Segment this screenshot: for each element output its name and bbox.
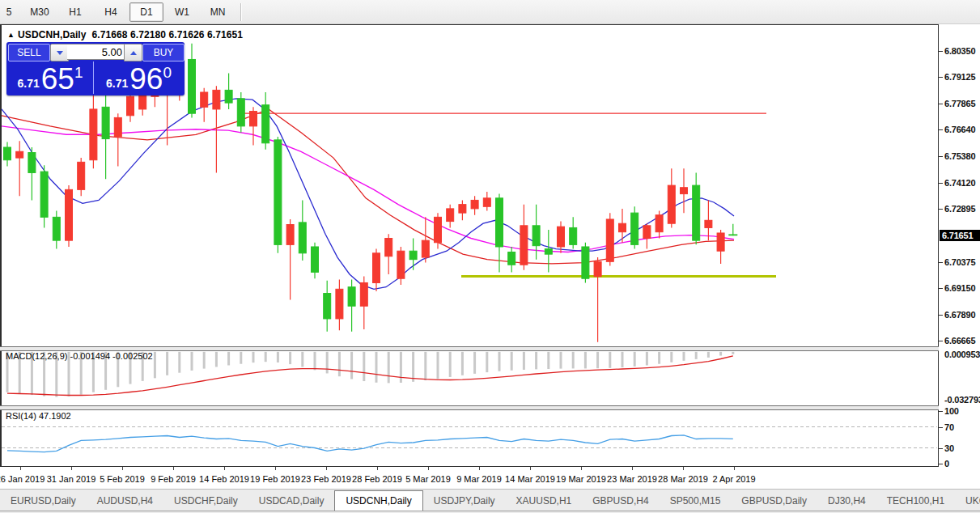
tab-sp500[interactable]: SP500,M15 (660, 490, 732, 511)
volume-increase-button[interactable] (124, 44, 142, 61)
price-axis-label: 6.70375 (944, 257, 975, 267)
buy-price-display[interactable]: 6.71 96 0 (95, 61, 182, 94)
current-price-tag: 6.71651 (940, 230, 980, 241)
rsi-axis-label: 0 (944, 459, 949, 468)
date-label: 9 Mar 2019 (456, 474, 502, 484)
toolbar-period-5[interactable]: 5 (1, 2, 21, 22)
tab-ukc[interactable]: UKC (955, 490, 980, 511)
toolbar-period-w1[interactable]: W1 (165, 2, 199, 22)
chevron-up-icon (130, 51, 137, 55)
tab-gbpusd[interactable]: GBPUSD,Daily (731, 490, 817, 511)
date-label: 9 Feb 2019 (151, 474, 196, 484)
tab-tech100[interactable]: TECH100,H1 (876, 490, 955, 511)
price-axis-label: 6.72895 (944, 204, 975, 214)
price-axis-label: 6.74120 (944, 178, 975, 188)
tab-usdcad[interactable]: USDCAD,Daily (248, 490, 335, 511)
price-axis-tick (939, 209, 943, 210)
date-label: 2 Apr 2019 (712, 474, 755, 484)
date-label: 14 Mar 2019 (505, 474, 555, 484)
sell-price-prefix: 6.71 (18, 78, 40, 89)
date-label: 5 Feb 2019 (100, 474, 145, 484)
date-label: 23 Feb 2019 (301, 474, 351, 484)
date-label: 5 Mar 2019 (405, 474, 451, 484)
toolbar-period-h4[interactable]: H4 (94, 2, 128, 22)
one-click-trading-widget[interactable]: SELL BUY 6.71 65 1 6.71 96 0 (6, 42, 185, 95)
price-axis-tick (939, 183, 943, 184)
rsi-axis-label: 100 (944, 406, 959, 416)
price-axis-tick (939, 104, 943, 104)
date-tick (479, 467, 480, 470)
tab-audusd[interactable]: AUDUSD,H4 (87, 490, 163, 511)
price-axis-tick (939, 51, 943, 52)
rsi-axis-tick (939, 427, 943, 428)
date-label: 19 Feb 2019 (250, 474, 300, 484)
price-axis-label: 6.79125 (944, 72, 975, 82)
macd-axis-min: -0.032793 (944, 395, 980, 405)
tab-xauusd[interactable]: XAUUSD,H1 (506, 490, 583, 511)
date-tick (224, 467, 225, 470)
price-axis-tick (939, 341, 943, 341)
rsi-axis-label: 30 (944, 443, 954, 453)
date-label: 31 Jan 2019 (47, 474, 96, 484)
date-tick (326, 467, 327, 470)
macd-axis-max: 0.000953 (944, 350, 980, 359)
price-axis-tick (939, 129, 943, 130)
sell-price-display[interactable]: 6.71 65 1 (7, 61, 94, 94)
toolbar-separator (240, 3, 242, 21)
buy-price-prefix: 6.71 (106, 78, 128, 89)
chart-title: ▲USDCNH,Daily 6.71668 6.72180 6.71626 6.… (7, 29, 243, 40)
date-tick (122, 467, 123, 470)
tab-dj30[interactable]: DJ30,H4 (817, 490, 876, 511)
date-tick (683, 467, 684, 470)
tab-gbpusd[interactable]: GBPUSD,H4 (582, 490, 659, 511)
date-tick (275, 467, 276, 470)
toolbar-period-m30[interactable]: M30 (23, 2, 57, 22)
buy-price-sup: 0 (163, 65, 172, 80)
rsi-axis-tick (939, 411, 943, 412)
toolbar-period-mn[interactable]: MN (201, 2, 235, 22)
price-axis-label: 6.80350 (944, 46, 975, 56)
date-tick (173, 467, 174, 470)
date-tick (428, 467, 429, 470)
sell-price-big: 65 (41, 67, 74, 91)
chart-frame (938, 24, 939, 467)
price-axis-label: 6.76640 (944, 125, 975, 134)
date-tick (530, 467, 531, 470)
date-tick (734, 467, 735, 470)
buy-price-big: 96 (129, 67, 163, 91)
toolbar-period-h1[interactable]: H1 (58, 2, 92, 22)
rsi-label: RSI(14) 47.1902 (6, 411, 71, 421)
date-label: 23 Mar 2019 (607, 474, 657, 484)
chart-tab-bar: EURUSD,DailyAUDUSD,H4USDCHF,DailyUSDCAD,… (0, 489, 980, 511)
chart-frame (0, 466, 939, 467)
price-axis-label: 6.77865 (944, 99, 975, 108)
price-axis-tick (939, 315, 943, 316)
volume-decrease-button[interactable] (50, 44, 69, 61)
chevron-down-icon (57, 51, 63, 55)
sell-button[interactable]: SELL (8, 44, 50, 61)
date-tick (377, 467, 378, 470)
price-axis-tick (939, 288, 943, 289)
rsi-indicator-chart[interactable] (2, 409, 937, 465)
buy-button[interactable]: BUY (142, 44, 185, 61)
price-axis-label: 6.75380 (944, 151, 975, 161)
date-tick (20, 467, 21, 470)
price-axis-label: 6.66665 (944, 336, 975, 346)
triangle-icon: ▲ (7, 31, 15, 39)
tab-usdchf[interactable]: USDCHF,Daily (163, 490, 248, 511)
sell-price-sup: 1 (74, 65, 83, 80)
price-axis-tick (939, 77, 943, 78)
toolbar-period-d1[interactable]: D1 (129, 2, 163, 22)
rsi-axis-tick (939, 448, 943, 449)
macd-label: MACD(12,26,9) -0.001494 -0.002502 (6, 351, 153, 361)
rsi-axis-label: 70 (944, 422, 954, 432)
volume-input[interactable] (67, 44, 125, 60)
date-tick (71, 467, 72, 470)
price-axis-tick (939, 262, 943, 263)
tab-usdcnh[interactable]: USDCNH,Daily (334, 490, 422, 511)
price-axis-label: 6.69150 (944, 283, 975, 293)
date-tick (632, 467, 633, 470)
tab-eurusd[interactable]: EURUSD,Daily (0, 490, 87, 511)
tab-usdjpy[interactable]: USDJPY,Daily (423, 490, 506, 511)
date-label: 14 Feb 2019 (199, 474, 249, 484)
